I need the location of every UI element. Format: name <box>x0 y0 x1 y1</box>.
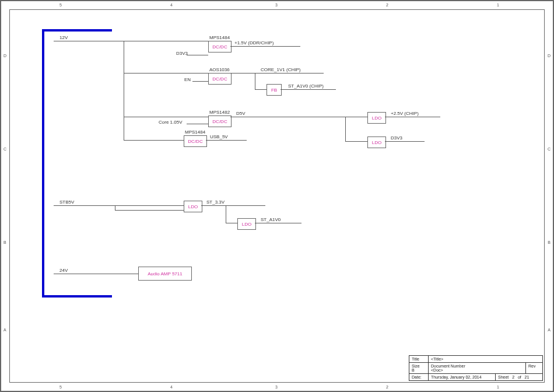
block-text: LDO <box>188 204 198 209</box>
wire <box>115 210 184 211</box>
tb-date-val: Thursday, January 02, 2014 <box>429 374 496 380</box>
block-text: LDO <box>372 140 381 145</box>
zone-left: A <box>3 328 6 332</box>
zone-bot: 2 <box>386 385 388 389</box>
block-text: DC/DC <box>188 139 202 144</box>
net-sta1v0: ST_A1V0 (CHIP) <box>288 83 324 89</box>
block-text: DC/DC <box>212 119 227 124</box>
rail-12v-label: 12V <box>59 35 68 40</box>
dcdc-block: DC/DC <box>208 73 232 85</box>
wire <box>206 140 247 141</box>
ic-mps1484b-label: MPS1484 <box>185 130 205 135</box>
bus-vertical <box>42 29 44 298</box>
title-block: Title <Title> Size B Document Number <Do… <box>409 355 543 381</box>
zone-top: 2 <box>386 3 388 7</box>
wire <box>124 117 208 117</box>
dcdc-block: DC/DC <box>184 135 207 147</box>
zone-bot: 5 <box>59 385 62 389</box>
net-usb5v: USB_5V <box>210 134 228 139</box>
ldo-block: LDO <box>367 136 386 148</box>
bus-horizontal-top <box>42 29 112 32</box>
net-core1v1: CORE_1V1 (CHIP) <box>261 67 300 72</box>
block-text: DC/DC <box>212 44 227 50</box>
bus-horizontal-bot <box>42 295 112 298</box>
wire <box>54 205 184 206</box>
wire <box>255 73 255 89</box>
net-d3v3a: D3V3 <box>176 51 188 56</box>
tb-doc-val: <Doc> <box>431 368 523 372</box>
wire <box>124 41 124 140</box>
ldo-block: LDO <box>237 218 256 230</box>
zone-left: B <box>3 240 6 244</box>
zone-top: 3 <box>275 3 278 7</box>
tb-title-val: <Title> <box>429 356 542 362</box>
net-d5v: D5V <box>236 111 246 116</box>
zone-bot: 3 <box>275 385 278 389</box>
wire <box>187 124 208 124</box>
wire <box>192 81 208 82</box>
net-core105: Core 1.05V <box>159 120 182 125</box>
tb-size-val: B <box>412 368 426 372</box>
wire <box>124 73 208 74</box>
wire <box>345 117 346 141</box>
block-text: LDO <box>372 116 381 121</box>
net-d3v3b: D3V3 <box>391 135 402 141</box>
wire <box>226 223 237 223</box>
wire <box>124 140 184 141</box>
net-st33v: ST_3.3V <box>206 200 225 205</box>
zone-right: D <box>548 54 551 58</box>
tb-doc-key: Document Number <box>431 364 523 368</box>
fb-block: FB <box>267 84 282 96</box>
tb-sheet-t: 21 <box>525 375 530 379</box>
tb-date-key: Date: <box>409 374 429 380</box>
wire <box>385 117 440 117</box>
ldo-block: LDO <box>184 201 202 212</box>
dcdc-block: DC/DC <box>208 116 232 127</box>
zone-bot: 4 <box>170 385 173 389</box>
wire <box>54 41 208 41</box>
tb-of: of <box>518 375 521 379</box>
zone-top: 5 <box>59 3 62 7</box>
wire <box>187 55 208 55</box>
zone-right: B <box>548 240 551 244</box>
tb-title-key: Title <box>409 356 429 362</box>
wire <box>255 89 267 90</box>
ic-mps1482-label: MPS1482 <box>209 110 230 115</box>
ic-aos1036-label: AOS1036 <box>209 67 230 72</box>
tb-sheet-key: Sheet <box>498 375 509 379</box>
zone-top: 1 <box>497 3 499 7</box>
wire <box>230 117 367 117</box>
block-text: Audio AMP 5711 <box>148 271 182 276</box>
net-en: EN <box>184 77 191 82</box>
zone-left: C <box>3 147 6 151</box>
tb-size-key: Size <box>412 364 426 368</box>
wire <box>54 274 138 274</box>
schematic-sheet: 5 4 3 2 1 5 4 3 2 1 D C B A D C B A 12V … <box>0 0 554 392</box>
block-text: DC/DC <box>212 76 227 82</box>
audio-amp-block: Audio AMP 5711 <box>138 267 192 281</box>
rail-24v-label: 24V <box>59 268 68 273</box>
wire <box>201 205 265 206</box>
rail-stb5v-label: STB5V <box>59 200 74 205</box>
net-sta1v0b: ST_A1V0 <box>261 217 280 222</box>
block-text: FB <box>271 88 277 93</box>
inner-frame <box>9 9 545 383</box>
block-text: LDO <box>242 222 251 227</box>
wire <box>345 141 367 142</box>
zone-right: C <box>548 147 551 151</box>
zone-right: A <box>548 328 551 332</box>
ic-mps1484a-label: MPS1484 <box>209 35 230 40</box>
wire <box>255 223 301 223</box>
wire <box>280 89 336 90</box>
zone-top: 4 <box>170 3 173 7</box>
zone-bot: 1 <box>497 385 499 389</box>
tb-sheet-n: 2 <box>512 375 514 379</box>
net-1v5: +1.5V (DDR/CHIP) <box>234 40 274 46</box>
tb-rev-key: Rev <box>526 363 542 373</box>
wire <box>230 46 300 47</box>
wire <box>230 73 324 74</box>
zone-left: D <box>3 54 6 58</box>
dcdc-block: DC/DC <box>208 41 232 52</box>
net-2v5: +2.5V (CHIP) <box>391 111 419 116</box>
wire <box>226 205 226 223</box>
